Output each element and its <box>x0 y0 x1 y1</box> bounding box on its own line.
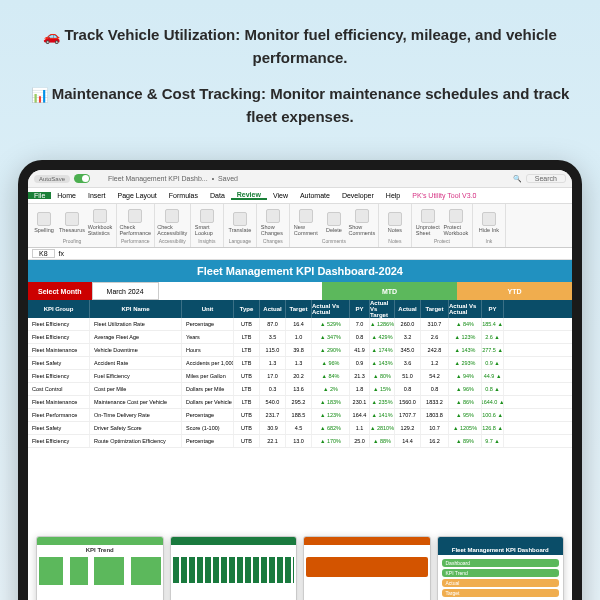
table-body: Fleet EfficiencyFleet Utilization RatePe… <box>28 318 572 448</box>
tab-automate[interactable]: Automate <box>294 192 336 199</box>
table-row[interactable]: Fleet MaintenanceVehicle DowntimeHoursLT… <box>28 344 572 357</box>
notes-button[interactable]: Notes <box>383 212 407 233</box>
show-changes-button[interactable]: Show Changes <box>261 209 285 236</box>
tab-insert[interactable]: Insert <box>82 192 112 199</box>
ribbon: SpellingThesaurusWorkbook StatisticsProo… <box>28 204 572 248</box>
thesaurus-button[interactable]: Thesaurus <box>60 212 84 233</box>
thumb-orange-sheet[interactable] <box>303 536 431 600</box>
tab-utility[interactable]: PK's Utility Tool V3.0 <box>406 192 482 199</box>
ytd-header: YTD <box>457 282 572 300</box>
name-box[interactable]: K8 <box>32 249 55 258</box>
table-row[interactable]: Cost ControlCost per MileDollars per Mil… <box>28 383 572 396</box>
headline-1: 🚗 Track Vehicle Utilization: Monitor fue… <box>30 24 570 69</box>
ribbon-tabs: File Home Insert Page Layout Formulas Da… <box>28 188 572 204</box>
search-box[interactable]: Search <box>526 174 566 183</box>
table-row[interactable]: Fleet EfficiencyAverage Fleet AgeYearsLT… <box>28 331 572 344</box>
tab-review[interactable]: Review <box>231 191 267 200</box>
dashboard-title: Fleet Management KPI Dashboard-2024 <box>28 260 572 282</box>
select-month-label: Select Month <box>28 282 92 300</box>
workbook-stats-button[interactable]: Workbook Statistics <box>88 209 112 236</box>
translate-button[interactable]: Translate <box>228 212 252 233</box>
tab-file[interactable]: File <box>28 192 51 199</box>
table-row[interactable]: Fleet EfficiencyFleet Utilization RatePe… <box>28 318 572 331</box>
thumb-dashboard[interactable]: Fleet Management KPI DashboardDashboardK… <box>437 536 565 600</box>
table-header: KPI Group KPI Name Unit Type Actual Targ… <box>28 300 572 318</box>
headline-2: 📊 Maintenance & Cost Tracking: Monitor m… <box>30 83 570 128</box>
formula-bar[interactable]: K8 fx <box>28 248 572 260</box>
tab-view[interactable]: View <box>267 192 294 199</box>
show-comments-button[interactable]: Show Comments <box>350 209 374 236</box>
hide-ink-button[interactable]: Hide Ink <box>477 212 501 233</box>
smart-lookup-button[interactable]: Smart Lookup <box>195 209 219 236</box>
spelling-button[interactable]: Spelling <box>32 212 56 233</box>
table-row[interactable]: Fleet PerformanceOn-Time Delivery RatePe… <box>28 409 572 422</box>
tab-formulas[interactable]: Formulas <box>163 192 204 199</box>
filename: Fleet Management KPI Dashb... <box>108 175 208 182</box>
unprotect-sheet-button[interactable]: Unprotect Sheet <box>416 209 440 236</box>
tab-home[interactable]: Home <box>51 192 82 199</box>
preview-thumbnails: KPI Trend Fleet Management KPI Dashboard… <box>36 536 564 600</box>
window-titlebar: AutoSave Fleet Management KPI Dashb... •… <box>28 170 572 188</box>
check-accessibility-button[interactable]: Check Accessibility <box>160 209 184 236</box>
tab-developer[interactable]: Developer <box>336 192 380 199</box>
month-dropdown[interactable]: March 2024 <box>92 282 159 300</box>
tab-help[interactable]: Help <box>380 192 406 199</box>
table-row[interactable]: Fleet EfficiencyRoute Optimization Effic… <box>28 435 572 448</box>
saved-status: Saved <box>218 175 238 182</box>
new-comment-button[interactable]: New Comment <box>294 209 318 236</box>
thumb-green-sheet[interactable] <box>170 536 298 600</box>
protect-workbook-button[interactable]: Protect Workbook <box>444 209 468 236</box>
table-row[interactable]: Fleet EfficiencyFuel EfficiencyMiles per… <box>28 370 572 383</box>
tab-data[interactable]: Data <box>204 192 231 199</box>
check-performance-button[interactable]: Check Performance <box>123 209 147 236</box>
table-row[interactable]: Fleet SafetyDriver Safety ScoreScore (1-… <box>28 422 572 435</box>
mtd-header: MTD <box>322 282 457 300</box>
fx-icon[interactable]: fx <box>59 250 64 257</box>
autosave-label: AutoSave <box>34 175 70 183</box>
thumb-kpi-trend[interactable]: KPI Trend <box>36 536 164 600</box>
tablet-frame: AutoSave Fleet Management KPI Dashb... •… <box>18 160 582 600</box>
table-row[interactable]: Fleet MaintenanceMaintenance Cost per Ve… <box>28 396 572 409</box>
autosave-toggle[interactable] <box>74 174 90 183</box>
tab-pagelayout[interactable]: Page Layout <box>111 192 162 199</box>
table-row[interactable]: Fleet SafetyAccident RateAccidents per 1… <box>28 357 572 370</box>
delete-comment-button[interactable]: Delete <box>322 212 346 233</box>
